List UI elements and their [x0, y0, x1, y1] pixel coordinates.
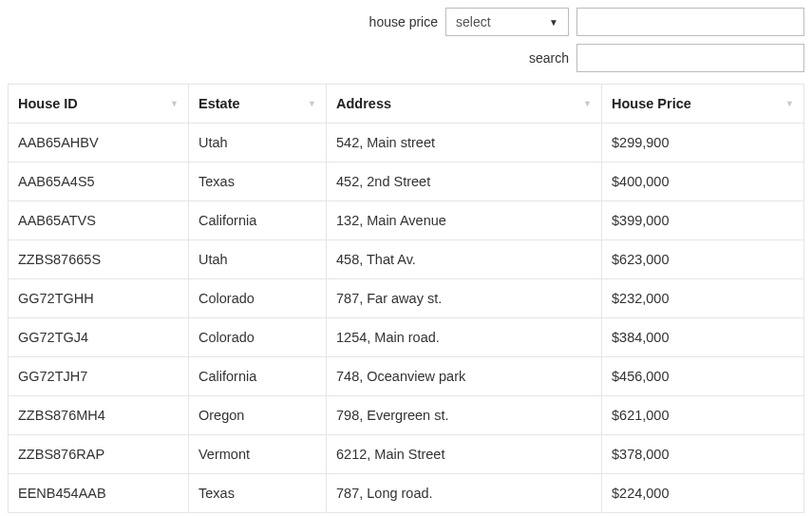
col-header-label: Address: [336, 96, 391, 111]
sort-icon: ▼: [308, 99, 316, 108]
sort-icon: ▼: [583, 99, 592, 108]
cell-address: 798, Evergreen st.: [327, 396, 602, 435]
cell-address: 452, 2nd Street: [327, 162, 602, 201]
col-header-label: House ID: [18, 96, 78, 111]
cell-estate: Oregon: [189, 396, 327, 435]
cell-id: AAB65AHBV: [9, 124, 189, 162]
col-header-address[interactable]: Address ▼: [327, 85, 602, 124]
cell-address: 6212, Main Street: [327, 435, 602, 474]
cell-id: EENB454AAB: [9, 474, 189, 513]
house-price-label: house price: [369, 14, 438, 29]
cell-price: $399,000: [602, 201, 804, 240]
filter-row-search: search: [8, 44, 804, 72]
cell-id: AAB65A4S5: [9, 162, 189, 201]
cell-price: $400,000: [602, 162, 804, 201]
table-row: ZZBS876MH4Oregon798, Evergreen st.$621,0…: [9, 396, 804, 435]
cell-address: 748, Oceanview park: [327, 357, 602, 396]
col-header-label: House Price: [612, 96, 691, 111]
table-row: GG72TGJ4Colorado1254, Main road.$384,000: [9, 318, 804, 357]
cell-id: GG72TGHH: [9, 279, 189, 318]
table-row: AAB65ATVSCalifornia132, Main Avenue$399,…: [9, 201, 804, 240]
cell-price: $384,000: [602, 318, 804, 357]
search-label: search: [529, 50, 569, 66]
cell-estate: Texas: [189, 474, 327, 513]
table-row: AAB65A4S5Texas452, 2nd Street$400,000: [9, 162, 804, 201]
cell-estate: Texas: [189, 162, 327, 201]
houses-table: House ID ▼ Estate ▼ Address ▼ House Pric…: [8, 84, 804, 513]
filter-row-price: house price select ▼: [8, 8, 804, 36]
cell-estate: Colorado: [189, 318, 327, 357]
col-header-label: Estate: [198, 96, 240, 111]
table-row: GG72TGHHColorado787, Far away st.$232,00…: [9, 279, 804, 318]
cell-address: 132, Main Avenue: [327, 201, 602, 240]
cell-price: $456,000: [602, 357, 804, 396]
chevron-down-icon: ▼: [549, 17, 558, 28]
table-row: AAB65AHBVUtah542, Main street$299,900: [9, 124, 804, 162]
cell-address: 787, Far away st.: [327, 279, 602, 318]
table-header-row: House ID ▼ Estate ▼ Address ▼ House Pric…: [9, 85, 804, 124]
cell-estate: California: [189, 357, 327, 396]
sort-icon: ▼: [785, 99, 794, 108]
cell-id: ZZBS876MH4: [9, 396, 189, 435]
table-row: ZZBS87665SUtah458, That Av.$623,000: [9, 240, 804, 279]
cell-id: GG72TGJ4: [9, 318, 189, 357]
cell-estate: Vermont: [189, 435, 327, 474]
cell-id: GG72TJH7: [9, 357, 189, 396]
cell-price: $232,000: [602, 279, 804, 318]
search-input[interactable]: [576, 44, 804, 72]
table-row: EENB454AABTexas787, Long road.$224,000: [9, 474, 804, 513]
col-header-house-id[interactable]: House ID ▼: [9, 85, 189, 124]
cell-price: $378,000: [602, 435, 804, 474]
cell-address: 542, Main street: [327, 124, 602, 162]
cell-estate: Utah: [189, 240, 327, 279]
cell-price: $224,000: [602, 474, 804, 513]
cell-id: AAB65ATVS: [9, 201, 189, 240]
house-price-input[interactable]: [576, 8, 804, 36]
table-row: GG72TJH7California748, Oceanview park$45…: [9, 357, 804, 396]
cell-address: 1254, Main road.: [327, 318, 602, 357]
cell-estate: Colorado: [189, 279, 327, 318]
sort-icon: ▼: [170, 99, 179, 108]
cell-price: $621,000: [602, 396, 804, 435]
house-price-select-value: select: [456, 14, 491, 29]
table-row: ZZBS876RAPVermont6212, Main Street$378,0…: [9, 435, 804, 474]
cell-id: ZZBS87665S: [9, 240, 189, 279]
house-price-select[interactable]: select ▼: [445, 8, 569, 36]
cell-address: 458, That Av.: [327, 240, 602, 279]
cell-address: 787, Long road.: [327, 474, 602, 513]
cell-price: $623,000: [602, 240, 804, 279]
cell-price: $299,900: [602, 124, 804, 162]
cell-estate: Utah: [189, 124, 327, 162]
col-header-house-price[interactable]: House Price ▼: [602, 85, 804, 124]
cell-id: ZZBS876RAP: [9, 435, 189, 474]
cell-estate: California: [189, 201, 327, 240]
col-header-estate[interactable]: Estate ▼: [189, 85, 327, 124]
